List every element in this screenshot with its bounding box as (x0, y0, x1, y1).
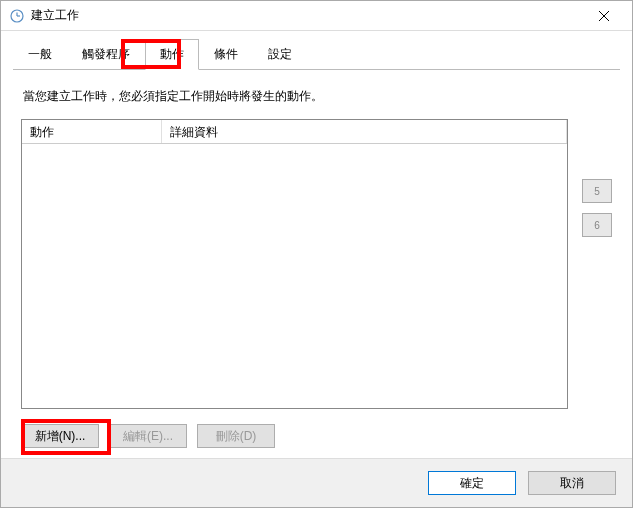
titlebar: 建立工作 (1, 1, 632, 31)
tab-actions[interactable]: 動作 (145, 39, 199, 70)
actions-table[interactable]: 動作 詳細資料 (21, 119, 568, 409)
action-button-row: 新增(N)... 編輯(E)... 刪除(D) (13, 410, 620, 458)
move-down-button[interactable]: 6 (582, 213, 612, 237)
move-up-button[interactable]: 5 (582, 179, 612, 203)
close-button[interactable] (584, 2, 624, 30)
ok-button[interactable]: 確定 (428, 471, 516, 495)
column-details[interactable]: 詳細資料 (162, 120, 567, 143)
content-area: 一般 觸發程序 動作 條件 設定 當您建立工作時，您必須指定工作開始時將發生的動… (1, 31, 632, 458)
delete-button[interactable]: 刪除(D) (197, 424, 275, 448)
tab-triggers[interactable]: 觸發程序 (67, 39, 145, 69)
reorder-buttons: 5 6 (582, 119, 612, 410)
new-button[interactable]: 新增(N)... (21, 424, 99, 448)
clock-icon (9, 8, 25, 24)
column-action[interactable]: 動作 (22, 120, 162, 143)
main-area: 動作 詳細資料 5 6 (13, 119, 620, 410)
tab-settings[interactable]: 設定 (253, 39, 307, 69)
dialog-footer: 確定 取消 (1, 458, 632, 507)
tab-description: 當您建立工作時，您必須指定工作開始時將發生的動作。 (13, 70, 620, 119)
create-task-dialog: 建立工作 一般 觸發程序 動作 條件 設定 當您建立工作時，您必須指定工作開始時… (0, 0, 633, 508)
cancel-button[interactable]: 取消 (528, 471, 616, 495)
edit-button[interactable]: 編輯(E)... (109, 424, 187, 448)
tab-strip: 一般 觸發程序 動作 條件 設定 (13, 39, 620, 70)
tab-conditions[interactable]: 條件 (199, 39, 253, 69)
table-header: 動作 詳細資料 (22, 120, 567, 144)
tab-general[interactable]: 一般 (13, 39, 67, 69)
dialog-title: 建立工作 (31, 7, 584, 24)
